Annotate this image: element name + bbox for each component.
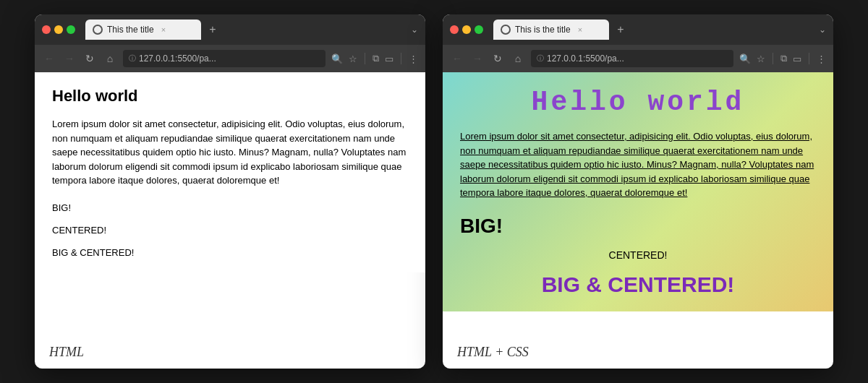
left-big-centered-text: BIG & CENTERED! [52, 247, 408, 258]
right-browser-window: This is the title × + ⌄ ← → ↻ ⌂ ⓘ 127.0.… [443, 14, 833, 369]
right-tab-title: This is the title [515, 25, 571, 35]
left-copy-icon[interactable]: ⧉ [373, 53, 379, 64]
left-page-heading: Hello world [52, 87, 408, 106]
right-minimize-dot[interactable] [462, 25, 471, 34]
left-centered-text: CENTERED! [52, 225, 408, 236]
left-divider2 [401, 53, 401, 64]
right-copy-icon[interactable]: ⧉ [780, 53, 787, 64]
left-tablet-icon[interactable]: ▭ [385, 53, 393, 64]
left-divider [365, 53, 365, 64]
right-page-content: Hello world Lorem ipsum dolor sit amet c… [443, 72, 833, 369]
right-page-paragraph: Lorem ipsum dolor sit amet consectetur, … [460, 129, 816, 200]
right-divider2 [809, 53, 809, 64]
right-active-tab[interactable]: This is the title × [493, 20, 609, 40]
right-close-dot[interactable] [450, 25, 459, 34]
right-address-bar: ← → ↻ ⌂ ⓘ 127.0.0.1:5500/pa... 🔍 ☆ ⧉ ▭ ⋮ [443, 45, 833, 72]
right-tab-globe-icon [501, 25, 511, 35]
left-info-icon: ⓘ [129, 53, 136, 64]
left-active-tab[interactable]: This the title × [85, 20, 201, 40]
right-traffic-lights [450, 25, 483, 34]
right-big-centered-text: BIG & CENTERED! [460, 272, 816, 297]
right-refresh-button[interactable]: ↻ [490, 53, 505, 64]
left-menu-icon[interactable]: ⋮ [409, 53, 418, 64]
right-tab-chevron-icon[interactable]: ⌄ [819, 25, 826, 35]
left-maximize-dot[interactable] [67, 25, 75, 34]
right-menu-icon[interactable]: ⋮ [817, 53, 826, 64]
left-address-input[interactable]: ⓘ 127.0.0.1:5500/pa... [123, 50, 326, 67]
left-search-icon[interactable]: 🔍 [331, 53, 343, 64]
left-browser-window: This the title × + ⌄ ← → ↻ ⌂ ⓘ 127.0.0.1… [35, 14, 425, 369]
left-close-dot[interactable] [42, 25, 51, 34]
right-tab-close-icon[interactable]: × [578, 25, 582, 34]
right-page-body: Hello world Lorem ipsum dolor sit amet c… [443, 72, 833, 311]
right-centered-text: CENTERED! [460, 249, 816, 261]
right-back-button[interactable]: ← [450, 53, 464, 64]
left-big-text: BIG! [52, 202, 408, 213]
right-title-bar: This is the title × + ⌄ [443, 14, 833, 45]
left-browser-label: HTML [49, 345, 84, 360]
left-tab-chevron-icon[interactable]: ⌄ [411, 25, 418, 35]
right-big-text: BIG! [460, 215, 816, 238]
right-maximize-dot[interactable] [475, 25, 483, 34]
right-address-text: 127.0.0.1:5500/pa... [547, 53, 624, 64]
left-tab-bar: This the title × + ⌄ [85, 20, 418, 40]
left-page-body: Hello world Lorem ipsum dolor sit amet c… [35, 72, 425, 272]
left-tab-globe-icon [93, 25, 103, 35]
left-minimize-dot[interactable] [54, 25, 63, 34]
left-page-content: Hello world Lorem ipsum dolor sit amet c… [35, 72, 425, 369]
left-forward-button[interactable]: → [62, 53, 77, 64]
right-tablet-icon[interactable]: ▭ [793, 53, 801, 64]
left-home-button[interactable]: ⌂ [103, 53, 117, 64]
right-toolbar-icons: 🔍 ☆ ⧉ ▭ ⋮ [739, 53, 826, 64]
left-page-paragraph: Lorem ipsum dolor sit amet consectetur, … [52, 117, 408, 188]
left-tab-title: This the title [107, 25, 154, 35]
left-refresh-button[interactable]: ↻ [82, 53, 97, 64]
right-info-icon: ⓘ [537, 53, 544, 64]
right-tab-bar: This is the title × + ⌄ [493, 20, 826, 40]
right-page-heading: Hello world [460, 87, 816, 118]
left-traffic-lights [42, 25, 75, 34]
right-browser-label: HTML + CSS [457, 345, 529, 360]
left-title-bar: This the title × + ⌄ [35, 14, 425, 45]
right-search-icon[interactable]: 🔍 [739, 53, 751, 64]
right-forward-button[interactable]: → [470, 53, 485, 64]
left-address-bar: ← → ↻ ⌂ ⓘ 127.0.0.1:5500/pa... 🔍 ☆ ⧉ ▭ ⋮ [35, 45, 425, 72]
right-star-icon[interactable]: ☆ [757, 53, 765, 64]
left-toolbar-icons: 🔍 ☆ ⧉ ▭ ⋮ [331, 53, 418, 64]
right-new-tab-button[interactable]: + [612, 21, 629, 38]
left-back-button[interactable]: ← [42, 53, 56, 64]
left-tab-close-icon[interactable]: × [161, 25, 166, 34]
right-home-button[interactable]: ⌂ [511, 53, 525, 64]
left-address-text: 127.0.0.1:5500/pa... [139, 53, 216, 64]
right-address-input[interactable]: ⓘ 127.0.0.1:5500/pa... [531, 50, 733, 67]
left-star-icon[interactable]: ☆ [349, 53, 357, 64]
left-new-tab-button[interactable]: + [204, 21, 221, 38]
right-divider [773, 53, 773, 64]
